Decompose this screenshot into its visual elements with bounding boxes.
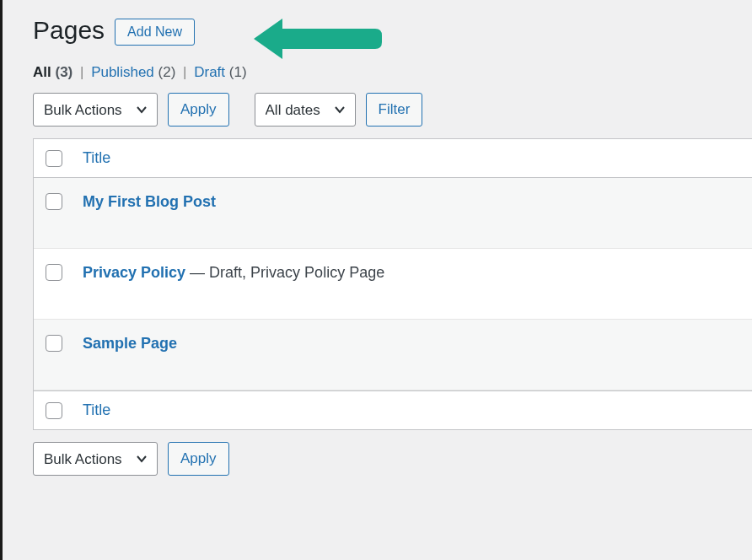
top-action-row: Bulk Actions Apply All dates Filter <box>33 93 752 127</box>
bottom-action-row: Bulk Actions Apply <box>33 442 752 476</box>
row-checkbox[interactable] <box>46 193 62 210</box>
page-link[interactable]: My First Blog Post <box>83 193 216 210</box>
column-title-footer[interactable]: Title <box>83 401 110 419</box>
filter-published-label: Published <box>91 64 154 80</box>
column-title-header[interactable]: Title <box>83 149 110 167</box>
pages-table: Title My First Blog Post Privacy Policy … <box>33 138 752 430</box>
filter-draft[interactable]: Draft (1) <box>194 64 246 80</box>
filter-all-count: (3) <box>55 64 73 80</box>
apply-button-top[interactable]: Apply <box>168 93 229 127</box>
filter-all[interactable]: All (3) <box>33 64 73 80</box>
table-row: Privacy Policy — Draft, Privacy Policy P… <box>34 249 752 320</box>
filter-button[interactable]: Filter <box>366 93 423 127</box>
page-title: Pages <box>33 16 105 45</box>
status-filter-bar: All (3) | Published (2) | Draft (1) <box>33 64 752 81</box>
filter-draft-count: (1) <box>229 64 247 80</box>
filter-all-label: All <box>33 64 51 80</box>
row-checkbox[interactable] <box>46 335 62 352</box>
table-header: Title <box>34 139 752 178</box>
filter-draft-label: Draft <box>194 64 225 80</box>
apply-button-bottom[interactable]: Apply <box>168 442 229 476</box>
bulk-actions-select-bottom[interactable]: Bulk Actions <box>33 442 158 476</box>
annotation-arrow <box>249 13 384 64</box>
table-row: Sample Page <box>34 320 752 390</box>
page-link[interactable]: Sample Page <box>83 335 177 352</box>
select-all-checkbox-top[interactable] <box>46 150 62 167</box>
filter-published[interactable]: Published (2) <box>91 64 175 80</box>
filter-published-count: (2) <box>158 64 176 80</box>
page-status-suffix: — Draft, Privacy Policy Page <box>185 264 384 281</box>
date-filter-select[interactable]: All dates <box>255 93 356 127</box>
select-all-checkbox-bottom[interactable] <box>46 402 62 419</box>
page-link[interactable]: Privacy Policy <box>83 264 185 281</box>
table-row: My First Blog Post <box>34 178 752 249</box>
bulk-actions-select-top[interactable]: Bulk Actions <box>33 93 158 127</box>
row-checkbox[interactable] <box>46 264 62 281</box>
add-new-button[interactable]: Add New <box>115 19 195 46</box>
table-footer: Title <box>34 390 752 429</box>
